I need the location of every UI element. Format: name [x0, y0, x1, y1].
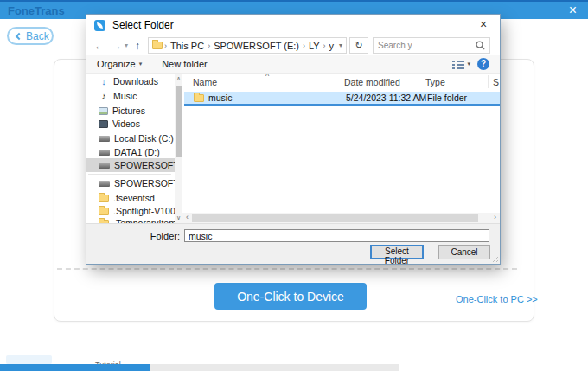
- column-header-date-modified[interactable]: Date modified: [344, 77, 400, 87]
- back-button-label: Back: [26, 30, 49, 42]
- dialog-address-bar: ← → ▾ ↑ › This PC › SPOWERSOFT (E:) › LY…: [86, 35, 500, 55]
- folder-icon: [194, 94, 204, 102]
- sidebar-item-label: Downloads: [113, 76, 158, 86]
- file-row-music-selected[interactable]: music 5/24/2023 11:32 AM File folder: [184, 92, 500, 106]
- footer-partial-element: [6, 355, 52, 364]
- breadcrumb-item-drive[interactable]: SPOWERSOFT (E:): [212, 41, 301, 51]
- organize-menu[interactable]: Organize ▾: [97, 59, 142, 69]
- drive-icon: [99, 163, 110, 169]
- chevron-down-icon: ▾: [467, 61, 470, 67]
- sidebar-item-label: Videos: [112, 118, 140, 129]
- column-divider[interactable]: [336, 75, 336, 88]
- one-click-to-device-button[interactable]: One-Click to Device: [214, 283, 367, 310]
- sidebar-item-spowersoft-e-selected[interactable]: SPOWERSOFT (E:): [86, 158, 175, 172]
- sidebar-item-videos[interactable]: Videos: [86, 117, 175, 131]
- dialog-toolbar: Organize ▾ New folder ▾ ?: [86, 55, 500, 74]
- sidebar-item-label: SPOWERSOFT (E:): [114, 178, 175, 189]
- sidebar-scrollbar[interactable]: ∧: [175, 74, 182, 213]
- folder-name-input[interactable]: [184, 229, 489, 242]
- scrollbar-row: ∨ ‹ ›: [86, 213, 500, 223]
- refresh-icon[interactable]: ↻: [349, 37, 368, 54]
- file-list-header: Name ^ Date modified Type S: [182, 74, 500, 90]
- sidebar-item-spowersoft-e[interactable]: SPOWERSOFT (E:): [86, 176, 175, 190]
- sidebar-item-label: Music: [113, 91, 137, 101]
- address-dropdown-icon[interactable]: ▾: [339, 42, 346, 49]
- column-header-name[interactable]: Name: [193, 77, 217, 87]
- nav-up-icon[interactable]: ↑: [135, 40, 140, 52]
- one-click-to-pc-link[interactable]: One-Click to PC >>: [456, 294, 538, 304]
- sidebar-item-label: Pictures: [112, 106, 145, 116]
- column-divider[interactable]: [488, 75, 489, 88]
- breadcrumb-separator: ›: [301, 42, 307, 50]
- folder-field-label: Folder:: [121, 231, 180, 241]
- cancel-button[interactable]: Cancel: [438, 245, 490, 259]
- picture-icon: [99, 107, 108, 115]
- breadcrumb-item-y[interactable]: y: [328, 41, 336, 51]
- scroll-down-icon[interactable]: ∨: [175, 213, 182, 223]
- video-icon: [99, 120, 108, 128]
- scroll-left-icon[interactable]: ‹: [182, 213, 192, 223]
- sidebar-scrollbar-thumb[interactable]: [176, 86, 182, 157]
- horizontal-scrollbar[interactable]: ‹ ›: [182, 213, 500, 223]
- column-divider[interactable]: [419, 75, 419, 88]
- drive-icon: [99, 136, 110, 142]
- nav-history-dropdown-icon[interactable]: ▾: [125, 42, 128, 49]
- dropzone-dashed-border: [57, 268, 517, 270]
- dialog-titlebar[interactable]: Select Folder ×: [86, 15, 500, 35]
- scroll-right-icon[interactable]: ›: [490, 213, 500, 223]
- select-folder-dialog: Select Folder × ← → ▾ ↑ › This PC › SPOW…: [86, 15, 500, 264]
- breadcrumb-separator: ›: [163, 42, 169, 50]
- footer-progress-track: [150, 364, 399, 371]
- music-note-icon: ♪: [99, 91, 109, 101]
- sidebar-item-label: DATA1 (D:): [114, 147, 160, 157]
- footer-progress-blue: [0, 364, 150, 371]
- scroll-up-icon[interactable]: ∧: [175, 74, 182, 84]
- select-folder-button[interactable]: Select Folder: [370, 245, 424, 259]
- breadcrumb[interactable]: › This PC › SPOWERSOFT (E:) › LY › y ▾: [148, 37, 347, 54]
- horizontal-scrollbar-thumb[interactable]: [192, 214, 478, 222]
- sidebar-item-pictures[interactable]: Pictures: [86, 104, 175, 118]
- sidebar-item-label: Local Disk (C:): [114, 133, 174, 144]
- file-date-modified: 5/24/2023 11:32 AM: [346, 93, 426, 103]
- sidebar-item-local-disk-c[interactable]: Local Disk (C:): [86, 131, 175, 145]
- new-folder-button[interactable]: New folder: [162, 59, 208, 69]
- dialog-body: ↓Downloads ♪Music Pictures Videos Local …: [86, 74, 500, 223]
- help-icon[interactable]: ?: [477, 58, 489, 70]
- sidebar-item-label: SPOWERSOFT (E:): [114, 160, 175, 170]
- drive-icon: [99, 150, 110, 156]
- chevron-left-icon: [16, 32, 22, 39]
- list-view-icon: [452, 60, 464, 69]
- folder-tree-sidebar: ↓Downloads ♪Music Pictures Videos Local …: [86, 74, 175, 223]
- file-type: File folder: [427, 93, 467, 103]
- address-folder-icon: [152, 42, 163, 49]
- view-mode-button[interactable]: ▾: [452, 60, 470, 69]
- app-window: FoneTrans × Back One-Click to Device One…: [0, 0, 588, 371]
- app-title: FoneTrans: [8, 4, 65, 17]
- sidebar-item-label: .fseventsd: [113, 193, 155, 203]
- app-close-icon[interactable]: ×: [569, 2, 577, 19]
- chevron-down-icon: ▾: [139, 61, 143, 67]
- folder-icon: [99, 195, 109, 202]
- back-button[interactable]: Back: [7, 27, 54, 45]
- sidebar-item-downloads[interactable]: ↓Downloads: [86, 74, 175, 88]
- sidebar-item-data1-d[interactable]: DATA1 (D:): [86, 145, 175, 159]
- sidebar-item-music[interactable]: ♪Music: [86, 89, 175, 103]
- sidebar-section-divider: [88, 174, 171, 175]
- organize-label: Organize: [97, 59, 136, 69]
- nav-forward-icon[interactable]: →: [112, 40, 122, 52]
- dialog-title: Select Folder: [112, 19, 174, 31]
- nav-back-icon[interactable]: ←: [94, 40, 105, 52]
- sort-ascending-icon: ^: [265, 74, 269, 80]
- breadcrumb-item-ly[interactable]: LY: [307, 41, 322, 51]
- column-header-size[interactable]: S: [493, 77, 499, 87]
- download-icon: ↓: [99, 76, 109, 86]
- breadcrumb-separator: ›: [322, 42, 328, 50]
- search-box[interactable]: [373, 37, 490, 54]
- drive-icon: [99, 181, 110, 187]
- sidebar-item-fseventsd[interactable]: .fseventsd: [86, 191, 175, 205]
- dialog-close-icon[interactable]: ×: [472, 15, 495, 35]
- fonetrans-app-icon: [94, 20, 105, 31]
- search-input[interactable]: [374, 41, 476, 50]
- breadcrumb-item-this-pc[interactable]: This PC: [169, 41, 206, 51]
- column-header-type[interactable]: Type: [425, 77, 445, 87]
